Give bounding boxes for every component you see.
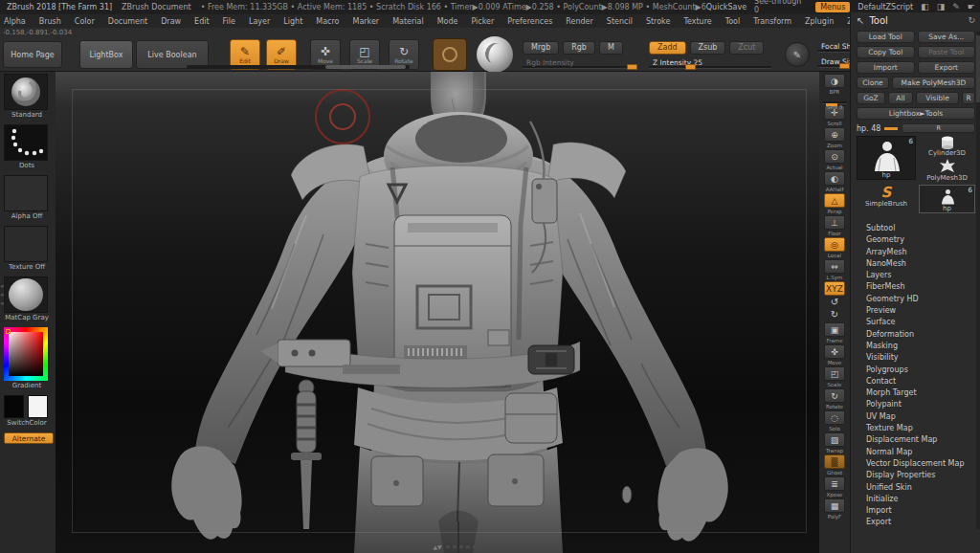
hue-ring[interactable] — [4, 327, 48, 381]
menu-item[interactable]: Marker — [352, 17, 379, 26]
floor-button[interactable]: ⊥ Floor — [822, 215, 847, 236]
home-page-button[interactable]: Home Page — [3, 41, 62, 68]
shelf-button-icon[interactable]: ↻ — [824, 388, 845, 403]
tool-section-header[interactable]: Subtool — [857, 223, 975, 234]
current-stroke-dots[interactable]: Dots — [4, 124, 50, 169]
shelf-button-icon[interactable]: ▦ — [824, 498, 845, 513]
saturation-square[interactable] — [9, 332, 43, 376]
menus-button[interactable]: Menus — [815, 2, 850, 12]
switch-color[interactable]: SwitchColor — [4, 395, 50, 427]
goz-button[interactable]: GoZ — [857, 92, 885, 104]
tool-section-header[interactable]: Layers — [857, 270, 975, 281]
solo-button[interactable]: ◌ Solo — [822, 410, 847, 431]
menu-item[interactable]: Stencil — [607, 17, 633, 26]
sculpt-model-soldier[interactable] — [56, 72, 819, 553]
texture-thumbnail[interactable] — [4, 226, 48, 262]
xpose-button[interactable]: ≣ Xpose — [822, 476, 847, 498]
tool-section-header[interactable]: Visibility — [857, 352, 975, 364]
make-polymesh3d-button[interactable]: Make PolyMesh3D — [892, 77, 975, 89]
menu-item[interactable]: Stroke — [646, 17, 671, 26]
tool-section-header[interactable]: Display Properties — [857, 470, 975, 481]
shelf-button-icon[interactable]: ◌ — [824, 410, 845, 425]
menu-item[interactable]: Macro — [316, 17, 339, 26]
tool-section-header[interactable]: Polypaint — [857, 399, 975, 410]
persp-button[interactable]: △ Persp — [822, 193, 847, 214]
quicksave-button[interactable]: QuickSave — [706, 3, 746, 11]
tool-section-header[interactable]: Deformation — [857, 329, 975, 341]
export-button[interactable]: Export — [918, 61, 976, 74]
lightbox-button[interactable]: LightBox — [79, 40, 133, 69]
rotate-cw-icon[interactable]: ↻ — [822, 310, 847, 321]
clone-button[interactable]: Clone — [857, 77, 889, 89]
goz-r-button[interactable]: R — [962, 92, 975, 104]
menu-item[interactable]: Layer — [249, 17, 270, 26]
rgb-button[interactable]: Rgb — [563, 41, 595, 55]
menu-item[interactable]: Color — [75, 17, 95, 26]
menu-item[interactable]: Document — [108, 17, 147, 26]
zcut-button[interactable]: Zcut — [729, 41, 764, 55]
local-button[interactable]: ◎ Local — [822, 237, 847, 258]
save-as-button[interactable]: Save As... — [918, 31, 976, 43]
document-canvas[interactable]: ▲▼ — [56, 72, 819, 553]
move-button[interactable]: ✜ Move — [822, 344, 847, 365]
stroke-thumbnail[interactable] — [4, 124, 48, 161]
tool-section-header[interactable]: Vector Displacement Map — [857, 458, 975, 470]
lightbox-tools-button[interactable]: Lightbox►Tools — [857, 107, 975, 120]
tool-section-header[interactable]: Texture Map — [857, 423, 975, 434]
menu-item[interactable]: Tool — [725, 17, 741, 26]
canvas-hscrollbar[interactable] — [187, 65, 410, 69]
tool-section-header[interactable]: FiberMesh — [857, 281, 975, 293]
tool-section-header[interactable]: Geometry HD — [857, 294, 975, 305]
bpr-button[interactable]: ◑ BPR — [822, 74, 847, 95]
m-button[interactable]: M — [599, 41, 623, 55]
tool-section-header[interactable]: Morph Target — [857, 387, 975, 399]
menu-item[interactable]: Brush — [39, 17, 61, 26]
menu-item[interactable]: Picker — [471, 17, 494, 26]
menu-item[interactable]: Zplugin — [805, 17, 834, 26]
menu-item[interactable]: Material — [392, 17, 424, 26]
goz-visible-button[interactable]: Visible — [916, 92, 959, 104]
spix-slider[interactable]: SPix 3 — [822, 101, 847, 104]
lsym-button[interactable]: ⇔ L.Sym — [822, 259, 847, 280]
zadd-button[interactable]: Zadd — [649, 41, 686, 55]
brush-stamp-icon[interactable]: ✎ — [785, 42, 810, 67]
zoom-button[interactable]: ⊕ Zoom — [822, 127, 847, 148]
tool-polymesh3d[interactable]: PolyMesh3D — [919, 159, 975, 182]
sculptris-pro-button[interactable] — [433, 38, 467, 71]
tool-cylinder3d[interactable]: Cylinder3D — [919, 136, 975, 157]
recent-tool-thumbnail[interactable]: 6 hp — [919, 185, 975, 213]
alternate-button[interactable]: Alternate — [4, 432, 54, 444]
xyz-button[interactable]: XYZ — [822, 281, 847, 297]
secondary-color-swatch[interactable] — [28, 395, 48, 418]
tool-section-header[interactable]: Geometry — [857, 234, 975, 246]
menu-item[interactable]: File — [223, 17, 235, 26]
menu-item[interactable]: Render — [566, 17, 592, 26]
palette-refresh-icon[interactable]: ↻ — [968, 15, 975, 25]
shelf-button-icon[interactable]: ◰ — [824, 366, 845, 381]
import-button[interactable]: Import — [857, 61, 915, 74]
current-material-sphere[interactable] — [477, 36, 513, 73]
transp-button[interactable]: ▨ Transp — [822, 432, 847, 453]
active-tool-thumbnail[interactable]: 6 hp — [857, 136, 916, 180]
menu-item[interactable]: Alpha — [4, 17, 26, 26]
menu-item[interactable]: Mode — [437, 17, 458, 26]
left-tray-handle[interactable]: ◂ ◂ ◂ — [0, 282, 4, 308]
shelf-button-icon[interactable]: ↺ — [824, 298, 845, 308]
shelf-button-icon[interactable]: XYZ — [824, 281, 845, 296]
menu-item[interactable]: Edit — [194, 17, 210, 26]
tool-section-header[interactable]: Polygroups — [857, 365, 975, 376]
tool-section-header[interactable]: Import — [857, 505, 975, 517]
tool-section-header[interactable]: Contact — [857, 376, 975, 387]
shelf-button-icon[interactable]: ◎ — [824, 237, 845, 252]
main-color-swatch[interactable] — [4, 395, 24, 418]
divider-left-icon[interactable]: ◧ — [921, 3, 929, 11]
shelf-button-icon[interactable]: ✜ — [824, 344, 845, 359]
goz-all-button[interactable]: All — [888, 92, 913, 104]
shelf-button-icon[interactable]: ◐ — [824, 171, 845, 186]
menu-item[interactable]: Transform — [753, 17, 791, 26]
pointer-icon[interactable]: ☛ — [968, 3, 975, 11]
tool-section-header[interactable]: Displacement Map — [857, 434, 975, 446]
tool-section-header[interactable]: ArrayMesh — [857, 247, 975, 258]
shelf-button-icon[interactable]: ⇔ — [824, 259, 845, 274]
shelf-button-icon[interactable]: ⊙ — [824, 149, 845, 164]
